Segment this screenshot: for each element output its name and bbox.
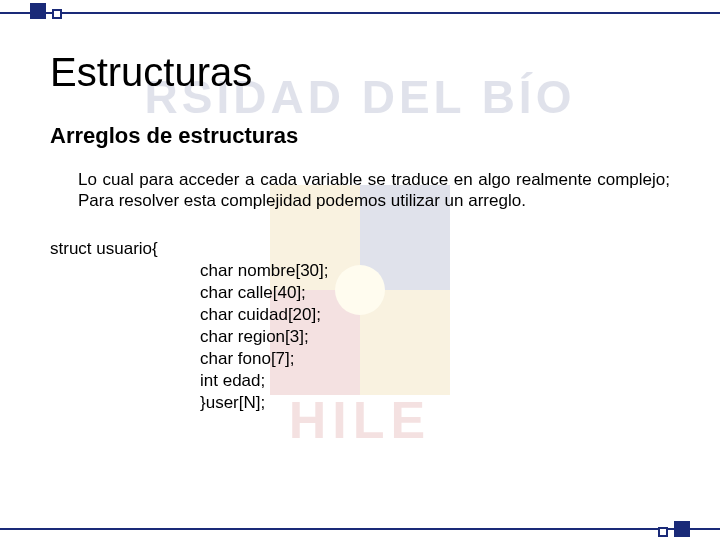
square-outline-icon <box>52 9 62 19</box>
code-line: char calle[40]; <box>200 282 670 304</box>
code-line: }user[N]; <box>200 392 670 414</box>
code-block: struct usuario{ char nombre[30]; char ca… <box>50 238 670 415</box>
code-line: struct usuario{ <box>50 238 670 260</box>
code-line: char cuidad[20]; <box>200 304 670 326</box>
square-filled-icon <box>674 521 690 537</box>
top-border-decoration <box>0 0 720 28</box>
code-line: char nombre[30]; <box>200 260 670 282</box>
bottom-border-decoration <box>0 516 720 540</box>
slide-paragraph: Lo cual para acceder a cada variable se … <box>78 169 670 212</box>
slide-content: Estructuras Arreglos de estructuras Lo c… <box>0 0 720 414</box>
square-filled-icon <box>30 3 46 19</box>
code-line: int edad; <box>200 370 670 392</box>
code-line: char fono[7]; <box>200 348 670 370</box>
square-outline-icon <box>658 527 668 537</box>
code-line: char region[3]; <box>200 326 670 348</box>
slide-subtitle: Arreglos de estructuras <box>50 123 670 149</box>
slide-title: Estructuras <box>50 50 670 95</box>
